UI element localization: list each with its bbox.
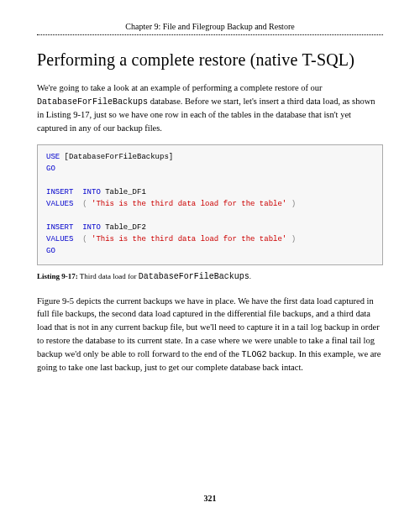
page-number: 321	[0, 494, 420, 503]
paren: )	[286, 200, 296, 208]
paren: (	[73, 235, 92, 243]
kw-use: USE	[46, 153, 60, 161]
code-str: 'This is the third data load for the tab…	[92, 235, 286, 243]
intro-text-a: We're going to take a look at an example…	[37, 83, 323, 92]
code-str: 'This is the third data load for the tab…	[92, 200, 286, 208]
db-name-inline: DatabaseForFileBackups	[37, 97, 148, 107]
intro-paragraph: We're going to take a look at an example…	[37, 81, 383, 134]
chapter-header: Chapter 9: File and Filegroup Backup and…	[37, 22, 383, 35]
kw-into: INTO	[73, 223, 100, 232]
listing-text-b: .	[249, 272, 251, 280]
paren: (	[73, 200, 92, 208]
code-tbl: Table_DF2	[101, 223, 146, 232]
kw-go: GO	[46, 247, 55, 255]
kw-values: VALUES	[46, 200, 73, 208]
section-title: Performing a complete restore (native T-…	[37, 50, 383, 70]
kw-values: VALUES	[46, 235, 73, 243]
kw-into: INTO	[73, 188, 100, 196]
body-paragraph-2: Figure 9-5 depicts the current backups w…	[37, 295, 383, 374]
kw-insert: INSERT	[46, 188, 73, 196]
listing-label: Listing 9-17:	[37, 272, 78, 280]
code-listing: USE [DatabaseForFileBackups] GO INSERT I…	[37, 144, 383, 264]
kw-go: GO	[46, 165, 55, 173]
tlog2-inline: TLOG2	[242, 350, 267, 359]
listing-caption: Listing 9-17: Third data load for Databa…	[37, 272, 383, 281]
code-arg: [DatabaseForFileBackups]	[60, 153, 173, 161]
kw-insert: INSERT	[46, 223, 73, 232]
paren: )	[286, 235, 296, 243]
code-tbl: Table_DF1	[101, 188, 146, 196]
listing-code-inline: DatabaseForFileBackups	[139, 272, 249, 281]
listing-text-a: Third data load for	[78, 272, 139, 280]
